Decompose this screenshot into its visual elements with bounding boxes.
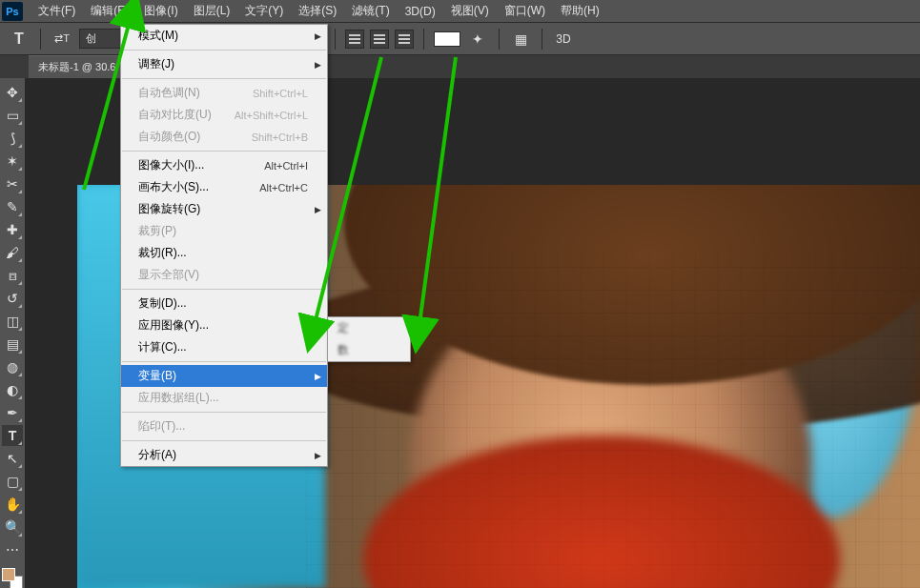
menu-item-canvas-size[interactable]: 画布大小(S)...Alt+Ctrl+C (121, 176, 327, 198)
menu-item-label: 裁切(R)... (138, 245, 187, 261)
stamp-tool[interactable]: ⧈ (2, 265, 23, 286)
app-logo: Ps (2, 2, 23, 21)
variables-submenu: 定 数 (327, 316, 411, 362)
menu-item-adjustments[interactable]: 调整(J) (121, 53, 327, 75)
brush-tool[interactable]: 🖌 (2, 242, 23, 263)
menu-item-label: 变量(B) (138, 368, 176, 384)
orientation-icon[interactable]: ⇄T (51, 28, 73, 51)
text-color-swatch[interactable] (434, 31, 460, 47)
path-select-tool[interactable]: ↖ (2, 448, 23, 469)
menu-item-label: 自动色调(N) (138, 85, 200, 101)
menu-select[interactable]: 选择(S) (291, 0, 344, 22)
lasso-tool[interactable]: ⟆ (2, 128, 23, 149)
menu-item-auto-contrast[interactable]: 自动对比度(U)Alt+Shift+Ctrl+L (121, 104, 327, 126)
menu-edit[interactable]: 编辑(E) (83, 0, 136, 22)
menu-item-variables[interactable]: 变量(B) (121, 365, 327, 387)
menu-window[interactable]: 窗口(W) (497, 0, 553, 22)
menu-item-label: 分析(A) (138, 447, 176, 463)
menu-filter[interactable]: 滤镜(T) (344, 0, 397, 22)
menu-separator (122, 50, 326, 51)
type-tool[interactable]: T (2, 425, 23, 446)
menu-item-image-rotation[interactable]: 图像旋转(G) (121, 198, 327, 220)
menu-item-label: 显示全部(V) (138, 267, 199, 283)
menu-separator (122, 440, 326, 441)
menu-item-auto-color[interactable]: 自动颜色(O)Shift+Ctrl+B (121, 126, 327, 148)
move-tool[interactable]: ✥ (2, 82, 23, 103)
separator (423, 29, 424, 50)
more-tools[interactable]: ⋯ (2, 539, 23, 560)
align-right-button[interactable] (395, 30, 414, 49)
foreground-color[interactable] (2, 568, 15, 581)
menu-item-trim[interactable]: 裁切(R)... (121, 242, 327, 264)
menu-file[interactable]: 文件(F) (31, 0, 83, 22)
menu-item-crop[interactable]: 裁剪(P) (121, 220, 327, 242)
marquee-tool[interactable]: ▭ (2, 105, 23, 126)
separator (335, 29, 336, 50)
crop-tool[interactable]: ✂ (2, 173, 23, 194)
image-menu-dropdown: 模式(M) 调整(J) 自动色调(N)Shift+Ctrl+L 自动对比度(U)… (120, 24, 328, 467)
menu-item-label: 图像旋转(G) (138, 201, 200, 217)
magic-wand-tool[interactable]: ✶ (2, 151, 23, 172)
submenu-item-label: 数 (337, 342, 349, 358)
menu-item-shortcut: Alt+Ctrl+C (259, 182, 308, 193)
menu-3d[interactable]: 3D(D) (398, 2, 443, 21)
menu-bar: Ps 文件(F) 编辑(E) 图像(I) 图层(L) 文字(Y) 选择(S) 滤… (0, 0, 920, 23)
menu-separator (122, 151, 326, 152)
document-tab[interactable]: 未标题-1 @ 30.6 (29, 55, 125, 78)
menu-type[interactable]: 文字(Y) (237, 0, 291, 22)
menu-item-shortcut: Alt+Shift+Ctrl+L (235, 110, 308, 121)
menu-item-shortcut: Alt+Ctrl+I (264, 160, 308, 172)
menu-item-label: 画布大小(S)... (138, 179, 209, 195)
submenu-item-label: 定 (337, 320, 349, 336)
menu-item-duplicate[interactable]: 复制(D)... (121, 293, 327, 314)
menu-item-label: 裁剪(P) (138, 223, 176, 239)
menu-separator (122, 361, 326, 362)
menu-layer[interactable]: 图层(L) (186, 0, 238, 22)
menu-item-label: 计算(C)... (138, 339, 187, 355)
menu-item-shortcut: Shift+Ctrl+B (252, 132, 308, 143)
eyedropper-tool[interactable]: ✎ (2, 196, 23, 217)
shape-tool[interactable]: ▢ (2, 471, 23, 492)
menu-separator (122, 78, 326, 79)
menu-item-label: 模式(M) (138, 28, 178, 44)
healing-tool[interactable]: ✚ (2, 219, 23, 240)
panels-icon[interactable]: ▦ (509, 28, 532, 51)
warp-text-icon[interactable]: ✦ (466, 28, 489, 51)
tools-panel: ✥ ▭ ⟆ ✶ ✂ ✎ ✚ 🖌 ⧈ ↺ ◫ ▤ ◍ ◐ ✒ T ↖ ▢ ✋ 🔍 … (0, 78, 25, 588)
history-brush-tool[interactable]: ↺ (2, 288, 23, 309)
separator (499, 29, 500, 50)
zoom-tool[interactable]: 🔍 (2, 517, 23, 537)
menu-item-reveal-all[interactable]: 显示全部(V) (121, 264, 327, 286)
menu-help[interactable]: 帮助(H) (553, 0, 607, 22)
menu-item-mode[interactable]: 模式(M) (121, 25, 327, 47)
menu-item-label: 图像大小(I)... (138, 157, 204, 173)
menu-item-analysis[interactable]: 分析(A) (121, 444, 327, 466)
menu-view[interactable]: 视图(V) (443, 0, 497, 22)
menu-item-image-size[interactable]: 图像大小(I)...Alt+Ctrl+I (121, 154, 327, 176)
menu-item-auto-tone[interactable]: 自动色调(N)Shift+Ctrl+L (121, 82, 327, 104)
submenu-item-dataset[interactable]: 数 (328, 339, 410, 361)
blur-tool[interactable]: ◍ (2, 356, 23, 377)
hand-tool[interactable]: ✋ (2, 494, 23, 515)
menu-separator (122, 412, 326, 413)
menu-item-shortcut: Shift+Ctrl+L (253, 88, 308, 99)
font-family-value: 创 (86, 32, 96, 44)
menu-image[interactable]: 图像(I) (136, 0, 185, 22)
menu-item-apply-dataset[interactable]: 应用数据组(L)... (121, 387, 327, 409)
menu-item-calculations[interactable]: 计算(C)... (121, 336, 327, 358)
menu-item-apply-image[interactable]: 应用图像(Y)... (121, 314, 327, 336)
align-center-button[interactable] (370, 30, 389, 49)
submenu-item-define[interactable]: 定 (328, 317, 410, 339)
eraser-tool[interactable]: ◫ (2, 311, 23, 332)
dodge-tool[interactable]: ◐ (2, 379, 23, 400)
menu-item-label: 应用图像(Y)... (138, 317, 209, 334)
pen-tool[interactable]: ✒ (2, 402, 23, 423)
gradient-tool[interactable]: ▤ (2, 334, 23, 355)
color-swatches[interactable] (2, 568, 23, 588)
menu-item-label: 自动对比度(U) (138, 107, 212, 123)
align-left-button[interactable] (345, 30, 364, 49)
menu-item-trap[interactable]: 陷印(T)... (121, 416, 327, 437)
menu-item-label: 复制(D)... (138, 295, 187, 312)
3d-button[interactable]: 3D (552, 28, 575, 51)
menu-separator (122, 289, 326, 290)
